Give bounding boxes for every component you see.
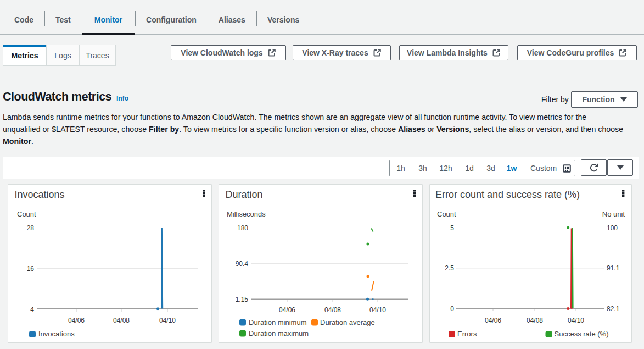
svg-text:Errors: Errors <box>457 330 477 338</box>
svg-text:5: 5 <box>450 224 454 232</box>
svg-text:04/10: 04/10 <box>568 317 584 324</box>
svg-text:0: 0 <box>450 305 454 313</box>
svg-text:82.1: 82.1 <box>607 305 620 313</box>
svg-text:Error count and success rate (: Error count and success rate (%) <box>435 189 580 200</box>
svg-text:180: 180 <box>237 224 248 232</box>
svg-text:04/08: 04/08 <box>527 317 543 324</box>
svg-text:Success rate (%): Success rate (%) <box>555 330 609 338</box>
svg-text:04/06: 04/06 <box>68 317 85 324</box>
svg-text:Count: Count <box>437 210 456 218</box>
svg-text:2.5: 2.5 <box>445 264 454 272</box>
svg-text:04/10: 04/10 <box>369 306 386 314</box>
svg-text:91.1: 91.1 <box>607 264 620 272</box>
svg-text:1.15: 1.15 <box>236 296 249 303</box>
svg-text:04/08: 04/08 <box>324 306 341 314</box>
svg-text:Milliseconds: Milliseconds <box>227 210 266 218</box>
svg-text:Duration: Duration <box>226 189 263 200</box>
svg-text:4: 4 <box>30 306 34 313</box>
svg-text:No unit: No unit <box>602 210 625 218</box>
svg-text:16: 16 <box>27 265 35 273</box>
svg-text:Duration minimum: Duration minimum <box>249 318 306 326</box>
svg-text:100: 100 <box>607 224 618 232</box>
svg-text:Count: Count <box>17 210 36 218</box>
svg-text:Invocations: Invocations <box>15 189 65 200</box>
svg-text:04/10: 04/10 <box>159 317 176 324</box>
svg-text:90.4: 90.4 <box>236 260 249 268</box>
svg-text:04/06: 04/06 <box>485 317 501 324</box>
svg-text:04/06: 04/06 <box>279 306 295 314</box>
svg-text:Duration maximum: Duration maximum <box>249 329 309 337</box>
svg-text:04/08: 04/08 <box>113 317 130 324</box>
svg-text:Duration average: Duration average <box>320 318 375 326</box>
svg-text:28: 28 <box>27 224 35 232</box>
svg-text:Invocations: Invocations <box>38 330 75 338</box>
